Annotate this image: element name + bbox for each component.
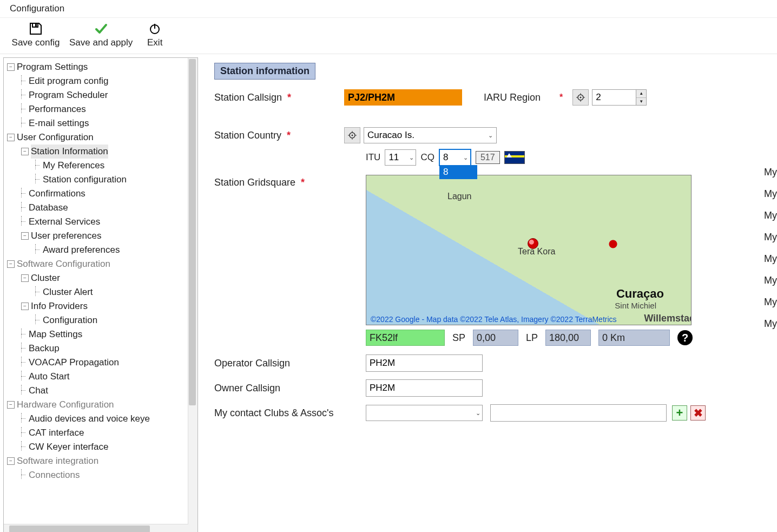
station-country-input[interactable] (364, 129, 484, 141)
exit-button[interactable]: Exit (139, 20, 170, 49)
operator-callsign-input[interactable] (366, 354, 483, 372)
tree-database[interactable]: Database (7, 201, 195, 215)
chevron-down-icon[interactable]: ⌄ (484, 132, 496, 139)
tree-cluster[interactable]: −Cluster (7, 271, 195, 285)
itu-input[interactable] (385, 152, 407, 163)
tree-external-services[interactable]: External Services (7, 215, 195, 229)
map-credits: ©2022 Google - Map data ©2022 Tele Atlas… (371, 315, 617, 324)
section-title: Station information (214, 63, 315, 80)
cq-combo[interactable]: ⌄ (439, 149, 471, 166)
label-clubs: My contact Clubs & Assoc's (214, 408, 334, 418)
required-marker: * (559, 93, 563, 102)
iaru-region-input[interactable] (592, 90, 636, 105)
spinner-up-button[interactable]: ▲ (636, 90, 646, 98)
chevron-down-icon[interactable]: ⌄ (407, 154, 416, 161)
chevron-down-icon[interactable]: ⌄ (473, 410, 482, 417)
label-operator-callsign: Operator Callsign (214, 358, 290, 369)
clubs-text-input[interactable] (490, 404, 667, 422)
map-label-lagun: Lagun (447, 192, 472, 201)
tree-backup[interactable]: Backup (7, 341, 195, 356)
horizontal-scrollbar[interactable] (4, 524, 188, 532)
tree-connections[interactable]: Connections (7, 468, 195, 482)
clubs-combo-input[interactable] (366, 407, 473, 419)
tree-voacap[interactable]: VOACAP Propagation (7, 356, 195, 370)
save-icon (29, 21, 43, 36)
toolbar: Save config Save and apply Exit (0, 18, 777, 54)
collapse-icon[interactable]: − (21, 303, 29, 310)
add-club-button[interactable]: + (672, 405, 687, 421)
required-marker: * (287, 92, 291, 103)
tree-email-settings[interactable]: E-mail settings (7, 116, 195, 130)
tree-my-references[interactable]: My References (7, 159, 195, 173)
spinner-down-button[interactable]: ▼ (636, 98, 646, 106)
station-callsign-input[interactable]: PJ2/PH2M (344, 89, 462, 106)
collapse-icon[interactable]: − (7, 457, 15, 465)
tree-confirmations[interactable]: Confirmations (7, 187, 195, 201)
tree-software-integration[interactable]: −Software integration (7, 454, 195, 468)
collapse-icon[interactable]: − (7, 260, 15, 268)
collapse-icon[interactable]: − (7, 63, 15, 71)
cq-input[interactable] (440, 152, 462, 163)
lp-value: 180,00 (545, 330, 591, 346)
label-iaru-region: IARU Region (484, 92, 541, 103)
tree-software-configuration[interactable]: −Software Configuration (7, 257, 195, 271)
label-sp: SP (452, 332, 465, 344)
tree-audio-devices[interactable]: Audio devices and voice keye (7, 412, 195, 426)
tree-cluster-alert[interactable]: Cluster Alert (7, 285, 195, 299)
window-title: Configuration (0, 0, 777, 18)
label-owner-callsign: Owner Callsign (214, 383, 280, 393)
label-station-country: Station Country (214, 130, 281, 141)
my-label: My (764, 161, 777, 183)
station-country-combo[interactable]: ⌄ (364, 127, 497, 143)
owner-callsign-input[interactable] (366, 379, 483, 397)
save-config-label: Save config (12, 37, 60, 48)
tree-cat-interface[interactable]: CAT interface (7, 426, 195, 440)
locate-iaru-button[interactable] (572, 89, 589, 106)
tree-user-preferences[interactable]: −User preferences (7, 229, 195, 243)
collapse-icon[interactable]: − (21, 274, 29, 282)
my-label: My (764, 291, 777, 313)
sp-value: 0,00 (473, 330, 518, 346)
itu-combo[interactable]: ⌄ (385, 149, 416, 166)
cq-dropdown-option[interactable]: 8 (439, 165, 477, 179)
tree-chat[interactable]: Chat (7, 384, 195, 398)
content-panel: Station information Station Callsign* PJ… (201, 54, 777, 532)
help-button[interactable]: ? (677, 330, 693, 345)
save-apply-button[interactable]: Save and apply (67, 20, 135, 49)
my-label: My (764, 226, 777, 248)
locate-country-button[interactable] (344, 127, 360, 143)
station-map[interactable]: Lagun Tera Kora Curaçao Sint Michiel Wil… (366, 175, 692, 325)
chevron-down-icon[interactable]: ⌄ (462, 154, 470, 161)
tree-program-scheduler[interactable]: Program Scheduler (7, 88, 195, 102)
collapse-icon[interactable]: − (7, 134, 15, 141)
tree-cw-keyer[interactable]: CW Keyer interface (7, 440, 195, 454)
gridsquare-input[interactable]: FK52lf (366, 330, 445, 346)
clubs-combo[interactable]: ⌄ (366, 405, 483, 421)
power-icon (148, 21, 161, 36)
collapse-icon[interactable]: − (7, 401, 15, 409)
tree-program-settings[interactable]: −Program Settings (7, 60, 195, 74)
my-label: My (764, 183, 777, 205)
tree-station-information[interactable]: −Station Information (7, 145, 195, 159)
tree-hardware-configuration[interactable]: −Hardware Configuration (7, 398, 195, 412)
iaru-region-spinner[interactable]: ▲▼ (592, 89, 647, 106)
tree-user-configuration[interactable]: −User Configuration (7, 130, 195, 145)
remove-club-button[interactable]: ✖ (690, 405, 706, 421)
tree-auto-start[interactable]: Auto Start (7, 370, 195, 384)
tree-map-settings[interactable]: Map Settings (7, 327, 195, 341)
save-config-button[interactable]: Save config (9, 20, 63, 49)
my-fields-list: My My My My My My My My (764, 161, 777, 334)
collapse-icon[interactable]: − (21, 232, 29, 240)
required-marker: * (301, 177, 305, 188)
tree-info-providers[interactable]: −Info Providers (7, 299, 195, 313)
label-cq: CQ (420, 152, 434, 163)
label-station-callsign: Station Callsign (214, 92, 282, 103)
vertical-scrollbar[interactable] (188, 58, 197, 532)
tree-award-preferences[interactable]: Award preferences (7, 243, 195, 257)
tree-performances[interactable]: Performances (7, 102, 195, 116)
tree-ip-configuration[interactable]: Configuration (7, 313, 195, 327)
save-apply-label: Save and apply (69, 37, 133, 48)
collapse-icon[interactable]: − (21, 148, 29, 155)
tree-station-configuration[interactable]: Station configuration (7, 173, 195, 187)
tree-edit-program-config[interactable]: Edit program config (7, 74, 195, 88)
